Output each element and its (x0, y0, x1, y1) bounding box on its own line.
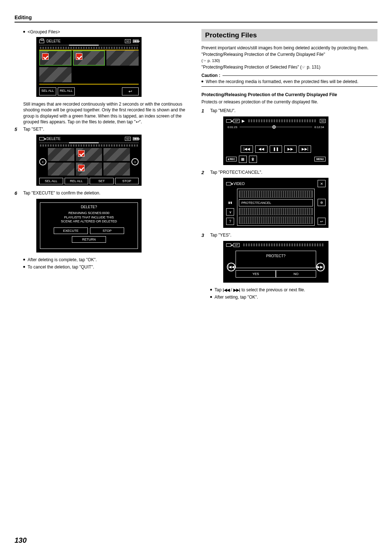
page-number: 130 (15, 536, 26, 545)
return-button[interactable]: RETURN (72, 236, 106, 243)
delete-select-screen: DELETE SD ‹ › (36, 135, 142, 186)
stop-button[interactable]: STOP (90, 227, 124, 234)
thumbnail[interactable] (48, 148, 74, 161)
pb-bottom-row: REC ▦ 🗑 MENU (225, 153, 327, 164)
thumbnail[interactable] (39, 50, 72, 66)
yes-button[interactable]: YES (236, 270, 276, 278)
page-header: Editing (15, 15, 377, 22)
thumbnail[interactable] (103, 163, 130, 176)
thumbnail[interactable] (73, 50, 105, 66)
return-button[interactable]: ↩ (318, 218, 326, 225)
menu-item-protect-cancel[interactable]: PROTECT/CANCEL (239, 199, 313, 206)
next-file-button[interactable]: ▶▶| (316, 263, 325, 271)
thumbnail[interactable] (39, 67, 72, 82)
menu-item[interactable] (239, 217, 313, 224)
skip-prev-button[interactable]: |◀◀ (241, 145, 253, 153)
menu-screen: VIDEO ✕ ▮/▮ ∨ ? PROTECT/CANCEL (223, 178, 328, 228)
thumbnail-empty (73, 67, 105, 82)
prev-file-button[interactable]: |◀◀ (227, 263, 236, 271)
right-column: Protecting Files Prevent important video… (201, 29, 377, 301)
after-note-text: To cancel the deletion, tap "QUIT". (28, 264, 94, 270)
skip-next-icon: ▶▶| (233, 288, 240, 292)
lcd-buttons: SEL ALL REL ALL ↩ (38, 87, 140, 95)
caution-item: When the recording media is formatted, e… (201, 79, 377, 85)
settings-button[interactable]: ✲ (318, 199, 326, 206)
menu-button[interactable]: MENU (314, 157, 326, 161)
sel-all-button[interactable]: SEL ALL (39, 87, 56, 95)
lcd-title: DELETE (46, 39, 61, 43)
video-icon (226, 243, 231, 247)
menu-title: VIDEO (233, 182, 245, 186)
video-icon (226, 119, 231, 123)
stop-button[interactable]: STOP (115, 178, 139, 184)
scroll-down-button[interactable]: ∨ (226, 208, 234, 216)
sd-icon: SD (125, 137, 131, 141)
step-number: 6 (15, 190, 20, 197)
subsection-text: Protects or releases protection of the c… (201, 99, 377, 105)
check-icon (78, 165, 85, 171)
check-icon (76, 53, 82, 60)
thumbnail[interactable] (48, 163, 74, 176)
bullet-dot (23, 259, 25, 260)
after-note: To cancel the deletion, tap "QUIT". (23, 264, 191, 270)
lcd-title: DELETE (46, 137, 61, 141)
forward-button[interactable]: ▶▶ (284, 145, 297, 153)
film-strip-icon (40, 144, 138, 147)
bullet-dot (23, 31, 25, 33)
skip-prev-icon: |◀◀ (223, 288, 230, 292)
rel-all-button[interactable]: REL ALL (65, 178, 89, 184)
thumbnail[interactable] (76, 163, 102, 176)
check-icon (42, 53, 49, 60)
close-button[interactable]: ✕ (318, 180, 326, 187)
return-button[interactable]: ↩ (122, 87, 139, 95)
tail-note: Tap |◀◀ / ▶▶| to select the previous or … (210, 287, 377, 293)
step-3: 3 Tap "YES". (201, 232, 377, 239)
pause-button[interactable]: ❚❚ (270, 145, 282, 153)
progress-bar[interactable] (240, 127, 313, 127)
film-strip-icon (40, 47, 138, 49)
crossref-page: (☞ p. 130) (201, 58, 377, 63)
mode-icon: ▮/▮ (226, 199, 234, 206)
play-icon: ▶ (242, 119, 245, 123)
lcd-top-right: SD (125, 39, 139, 43)
check-icon (78, 150, 85, 157)
pb-topbar: XP ▶ SD (225, 118, 327, 124)
skip-next-button[interactable]: ▶▶| (299, 145, 311, 153)
thumbnail[interactable] (103, 148, 130, 161)
set-button[interactable]: SET (90, 178, 114, 184)
rel-all-button[interactable]: REL ALL (58, 87, 75, 95)
step-text: Tap "EXECUTE" to confirm the deletion. (23, 190, 101, 197)
menu-item[interactable] (239, 208, 313, 215)
progress-handle[interactable] (272, 125, 276, 129)
dialog-line: PLAYLISTS THAT INCLUDE THIS (42, 216, 136, 220)
rewind-button[interactable]: ◀◀ (255, 145, 268, 153)
total-time: 0:12:34 (314, 126, 324, 129)
prev-page-button[interactable]: ‹ (39, 158, 46, 165)
sel-all-button[interactable]: SEL ALL (39, 178, 63, 184)
rec-mode-button[interactable]: REC (226, 157, 237, 161)
step-5: 5 Tap "SET". (15, 126, 191, 133)
execute-button[interactable]: EXECUTE (54, 227, 88, 234)
menu-left-icons: ▮/▮ ∨ ? (225, 189, 235, 226)
index-button[interactable]: ▦ (239, 156, 247, 163)
return-icon: ↩ (128, 89, 132, 94)
caution-label: Caution : (201, 73, 220, 78)
thumbnail[interactable] (106, 50, 139, 66)
step-number: 5 (15, 126, 20, 133)
delete-button[interactable]: 🗑 (249, 156, 257, 163)
dialog-buttons: EXECUTE STOP (42, 227, 136, 234)
lcd-top-right: SD (125, 137, 139, 141)
crossref: "Protecting/Releasing Protection of the … (201, 52, 377, 57)
tail-note: After setting, tap "OK". (210, 294, 377, 300)
menu-item[interactable] (239, 190, 313, 198)
next-page-button[interactable]: › (131, 158, 139, 165)
help-button[interactable]: ? (226, 218, 234, 225)
xp-badge: XP (233, 243, 240, 247)
scroll-track (39, 142, 139, 143)
thumbnail[interactable] (76, 148, 102, 161)
battery-icon (133, 40, 139, 43)
step-number: 3 (201, 232, 207, 239)
sd-icon: SD (125, 39, 131, 43)
bullet-dot (210, 296, 212, 298)
no-button[interactable]: NO (276, 270, 316, 278)
